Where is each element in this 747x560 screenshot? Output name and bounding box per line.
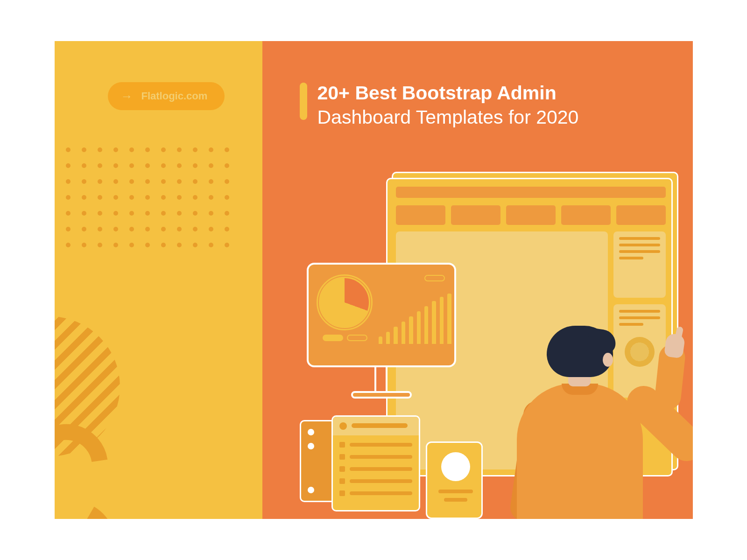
dashboard-tabs — [396, 205, 666, 225]
profile-card — [426, 441, 483, 519]
left-panel: → Flatlogic.com — [55, 41, 262, 519]
dashboard-side-card — [613, 231, 666, 298]
arrow-right-icon: → — [121, 90, 133, 102]
list-card — [331, 415, 420, 511]
illustration-scene — [281, 172, 693, 519]
headline-light: Dashboard Templates for 2020 — [317, 105, 579, 129]
headline: 20+ Best Bootstrap Admin Dashboard Templ… — [300, 81, 579, 130]
pie-chart-icon — [319, 277, 370, 328]
svg-point-1 — [55, 498, 118, 519]
flatlogic-link-button[interactable]: → Flatlogic.com — [108, 82, 225, 110]
dot-grid-decoration — [55, 147, 229, 247]
monitor-base-icon — [351, 391, 412, 399]
cta-label: Flatlogic.com — [141, 90, 208, 102]
monitor-stand-icon — [374, 366, 388, 393]
monitor-window — [307, 263, 456, 367]
ring-arc-decoration — [55, 421, 111, 510]
dashboard-titlebar — [396, 187, 666, 198]
pill-outline-icon — [347, 335, 367, 341]
ring-arc-decoration — [55, 498, 118, 519]
bar-chart-icon — [379, 293, 451, 344]
pill-filled-icon — [323, 335, 343, 341]
avatar-icon — [441, 452, 470, 481]
pill-outline-icon — [424, 275, 445, 281]
hero-banner: → Flatlogic.com 20+ Best Bootstrap Admin… — [55, 41, 693, 519]
person-illustration — [489, 326, 676, 519]
accent-bar-icon — [300, 83, 307, 120]
svg-point-0 — [55, 421, 111, 510]
headline-bold: 20+ Best Bootstrap Admin — [317, 81, 579, 105]
